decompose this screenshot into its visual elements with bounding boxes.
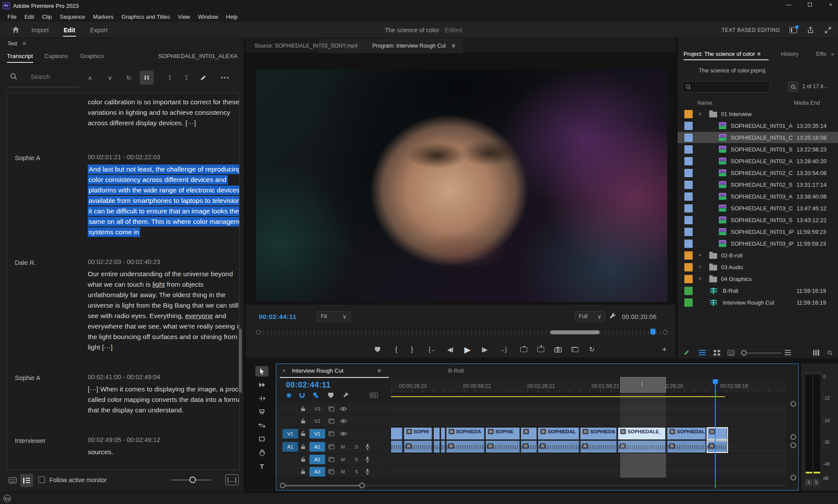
type-tool[interactable]: T	[255, 461, 268, 471]
timeline-horizontal-scrollbar[interactable]	[280, 483, 786, 489]
video-clip-sophie[interactable]: fxSOPHIE	[486, 428, 520, 439]
project-row-sophiedale-int01-a[interactable]: SOPHIEDALE_INT01_A13:20:35:14	[677, 120, 838, 132]
mark-in-button[interactable]: {	[390, 343, 403, 356]
menu-help[interactable]: Help	[222, 12, 242, 21]
project-row-sophiedale-int01-s[interactable]: SOPHIEDALE_INT01_S13:22:56:23	[677, 144, 838, 155]
video-clip-sophiedal[interactable]: fxSOPHIEDAL	[667, 428, 706, 439]
multicam-button[interactable]: ↻	[585, 343, 598, 356]
project-row-sophiedale-int03-s[interactable]: SOPHIEDALE_INT03_S13:43:12:22	[677, 214, 838, 226]
minimize-button[interactable]: —	[786, 2, 792, 8]
video-clip[interactable]	[441, 428, 446, 439]
track-target-a2[interactable]: A2	[309, 455, 325, 464]
timeline-panel-menu-icon[interactable]: ≡	[378, 367, 381, 374]
transcript-line[interactable]: same on all of them. This is where color…	[88, 216, 232, 227]
transcript-line[interactable]: systems come in	[88, 227, 232, 237]
label-color-swatch[interactable]	[684, 216, 693, 224]
close-button[interactable]: ×	[828, 2, 834, 8]
label-color-swatch[interactable]	[684, 145, 693, 154]
monitor-zoom-scrollbar[interactable]	[550, 330, 600, 334]
transcript-line[interactable]: see with radio eyes. Everything, everyon…	[88, 311, 232, 321]
project-row-01-interview[interactable]: ∨01 Interview	[677, 108, 838, 120]
transcript-line[interactable]: the light bouncing off surfaces and or s…	[88, 332, 232, 342]
selection-tool[interactable]	[255, 366, 268, 377]
project-row-b-roll[interactable]: B-Roll11:59:16:19	[677, 285, 838, 297]
sync-icon[interactable]: ↻	[122, 71, 136, 85]
toggle-track-output-icon[interactable]	[340, 407, 347, 411]
comparison-view-button[interactable]	[568, 343, 581, 356]
expand-icon[interactable]: ∧∨	[163, 71, 177, 85]
freeform-view-icon[interactable]	[725, 348, 737, 357]
add-button[interactable]: +	[658, 343, 671, 356]
in-out-range-handle[interactable]	[620, 377, 666, 393]
timeline-vertical-scrollbar[interactable]	[790, 401, 797, 480]
solo-button[interactable]: S	[355, 457, 358, 462]
label-color-swatch[interactable]	[684, 287, 693, 295]
tab-captions[interactable]: Captions	[45, 53, 68, 59]
playback-resolution-select[interactable]: Full∨	[575, 311, 605, 322]
zoom-slider[interactable]	[741, 350, 747, 356]
project-row-sophiedale-int02-a[interactable]: SOPHIEDALE_INT02_A13:28:40:20	[677, 155, 838, 167]
audio-clip-sophieda[interactable]: fx	[580, 441, 617, 453]
project-row-02-b-roll[interactable]: >02-B-roll	[677, 250, 838, 261]
close-sequence-icon[interactable]: ×	[282, 367, 286, 374]
transcript-line[interactable]: variations in lighting and to achieve co…	[88, 107, 232, 118]
menu-file[interactable]: File	[3, 12, 21, 21]
label-color-swatch[interactable]	[684, 169, 693, 177]
track-target-v1[interactable]: V1	[309, 429, 325, 439]
video-clip[interactable]: fx	[707, 428, 728, 439]
label-color-swatch[interactable]	[684, 192, 693, 201]
mark-out-button[interactable]: }	[405, 343, 419, 356]
label-color-swatch[interactable]	[684, 240, 693, 248]
project-row-04-graphics[interactable]: >04 Graphics	[677, 273, 838, 285]
timeline-playhead[interactable]	[715, 379, 716, 488]
chevron-right-icon[interactable]: >	[698, 264, 701, 269]
label-color-swatch[interactable]	[684, 204, 693, 213]
track-target-a1[interactable]: A1	[309, 442, 325, 452]
monitor-playhead-marker[interactable]	[650, 329, 656, 335]
toggle-track-output-icon[interactable]	[340, 432, 347, 436]
next-icon[interactable]: ∨	[103, 71, 117, 85]
find-icon[interactable]	[824, 348, 835, 357]
chevron-right-icon[interactable]: >	[698, 252, 701, 257]
chevron-down-icon[interactable]: ∨	[698, 111, 702, 117]
audio-clip[interactable]: fx	[707, 441, 728, 453]
transcript-line[interactable]: sources.	[88, 447, 232, 457]
audio-clip[interactable]	[391, 441, 403, 453]
search-icon[interactable]	[10, 72, 17, 80]
menu-markers[interactable]: Markers	[89, 12, 117, 21]
program-monitor-menu-icon[interactable]: ≡	[452, 43, 455, 49]
transcript-line[interactable]: light [···]	[88, 342, 232, 353]
zoom-level-select[interactable]: Fit∨	[317, 311, 350, 322]
captions-icon[interactable]: CC	[368, 391, 379, 400]
transcript-entry[interactable]: Sophie A00:02:01:21 - 00:02:22:03And las…	[7, 154, 239, 237]
lock-icon[interactable]	[301, 418, 306, 424]
label-color-swatch[interactable]	[684, 298, 693, 307]
pause-markers-icon[interactable]	[140, 71, 154, 85]
audio-clip-sophie[interactable]: fx	[486, 441, 520, 453]
video-clip-sophiedal[interactable]: fxSOPHIEDAL	[538, 428, 580, 439]
voiceover-record-icon[interactable]	[365, 456, 370, 463]
solo-button[interactable]: S	[355, 444, 358, 449]
nest-icon[interactable]	[283, 391, 295, 400]
menu-window[interactable]: Window	[194, 12, 222, 21]
video-clip[interactable]	[434, 428, 440, 439]
transcript-line[interactable]: [···] When it comes to displaying the im…	[88, 384, 232, 394]
play-button[interactable]: ▶	[461, 343, 474, 356]
list-view-icon[interactable]	[697, 348, 708, 357]
hand-tool[interactable]	[255, 447, 268, 458]
lock-icon[interactable]	[301, 457, 306, 462]
tab-effects[interactable]: Effe	[816, 51, 826, 57]
lock-icon[interactable]	[301, 469, 306, 474]
pencil-icon[interactable]	[681, 348, 692, 357]
transcript-line[interactable]: it can be difficult to ensure that an im…	[88, 206, 232, 216]
workspace-tab-edit[interactable]: Edit	[63, 23, 76, 38]
track-style-icon[interactable]	[329, 469, 334, 474]
step-back-button[interactable]: ◀	[444, 343, 457, 356]
sequence-tab-b-roll[interactable]: B-Roll	[448, 367, 464, 374]
voiceover-record-icon[interactable]	[365, 469, 370, 475]
transcript-line[interactable]: platforms with the wide range of electro…	[88, 185, 232, 195]
razor-tool[interactable]	[255, 407, 268, 417]
playhead-timecode[interactable]: 00:02:44:11	[259, 313, 296, 320]
timeline-ruler[interactable]: 00:00:29:2300:00:59:2200:01:29:2100:01:5…	[391, 379, 786, 393]
source-assign-a1[interactable]: A1	[282, 442, 298, 452]
